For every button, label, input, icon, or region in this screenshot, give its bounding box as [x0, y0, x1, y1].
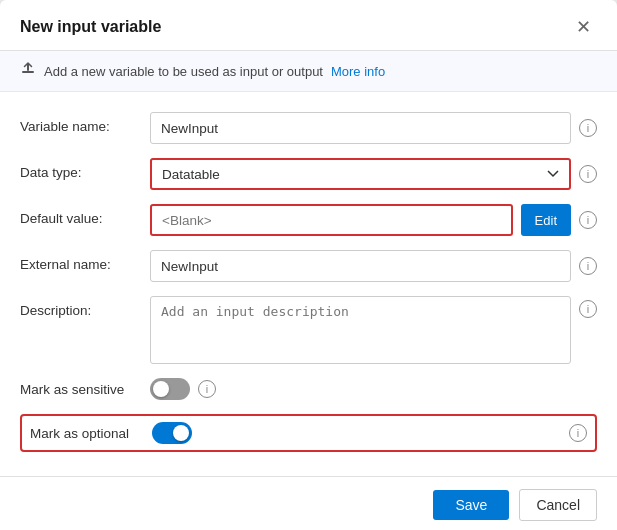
mark-optional-label: Mark as optional	[30, 426, 152, 441]
info-bar-text: Add a new variable to be used as input o…	[44, 64, 323, 79]
default-value-row: Default value: Edit i	[20, 204, 597, 236]
description-input[interactable]	[150, 296, 571, 364]
mark-sensitive-label: Mark as sensitive	[20, 382, 150, 397]
description-row: Description: i	[20, 296, 597, 364]
description-info-icon[interactable]: i	[579, 300, 597, 318]
mark-sensitive-slider	[150, 378, 190, 400]
data-type-label: Data type:	[20, 158, 150, 180]
save-button[interactable]: Save	[433, 490, 509, 520]
external-name-input[interactable]	[150, 250, 571, 282]
variable-name-input[interactable]	[150, 112, 571, 144]
data-type-info-icon[interactable]: i	[579, 165, 597, 183]
dialog-footer: Save Cancel	[0, 476, 617, 530]
mark-sensitive-toggle[interactable]	[150, 378, 190, 400]
external-name-label: External name:	[20, 250, 150, 272]
data-type-field: Datatable String Integer Boolean List Cu…	[150, 158, 597, 190]
cancel-button[interactable]: Cancel	[519, 489, 597, 521]
default-value-info-icon[interactable]: i	[579, 211, 597, 229]
data-type-select[interactable]: Datatable String Integer Boolean List Cu…	[150, 158, 571, 190]
dialog-title: New input variable	[20, 18, 161, 36]
data-type-row: Data type: Datatable String Integer Bool…	[20, 158, 597, 190]
edit-button[interactable]: Edit	[521, 204, 571, 236]
svg-rect-0	[22, 71, 34, 73]
mark-optional-field: i	[152, 422, 587, 444]
dialog-header: New input variable ✕	[0, 0, 617, 51]
mark-optional-info-icon[interactable]: i	[569, 424, 587, 442]
variable-name-info-icon[interactable]: i	[579, 119, 597, 137]
description-label: Description:	[20, 296, 150, 318]
default-value-label: Default value:	[20, 204, 150, 226]
external-name-row: External name: i	[20, 250, 597, 282]
mark-optional-slider	[152, 422, 192, 444]
mark-optional-toggle[interactable]	[152, 422, 192, 444]
mark-sensitive-info-icon[interactable]: i	[198, 380, 216, 398]
mark-sensitive-field: i	[150, 378, 597, 400]
variable-name-row: Variable name: i	[20, 112, 597, 144]
mark-optional-row: Mark as optional i	[20, 414, 597, 452]
external-name-info-icon[interactable]: i	[579, 257, 597, 275]
external-name-field: i	[150, 250, 597, 282]
default-value-input[interactable]	[150, 204, 513, 236]
mark-sensitive-row: Mark as sensitive i	[20, 378, 597, 400]
form-body: Variable name: i Data type: Datatable St…	[0, 92, 617, 476]
description-field: i	[150, 296, 597, 364]
variable-name-label: Variable name:	[20, 112, 150, 134]
info-bar: Add a new variable to be used as input o…	[0, 51, 617, 92]
info-bar-icon	[20, 61, 36, 81]
more-info-link[interactable]: More info	[331, 64, 385, 79]
default-value-field: Edit i	[150, 204, 597, 236]
close-button[interactable]: ✕	[570, 16, 597, 38]
variable-name-field: i	[150, 112, 597, 144]
new-input-variable-dialog: New input variable ✕ Add a new variable …	[0, 0, 617, 530]
